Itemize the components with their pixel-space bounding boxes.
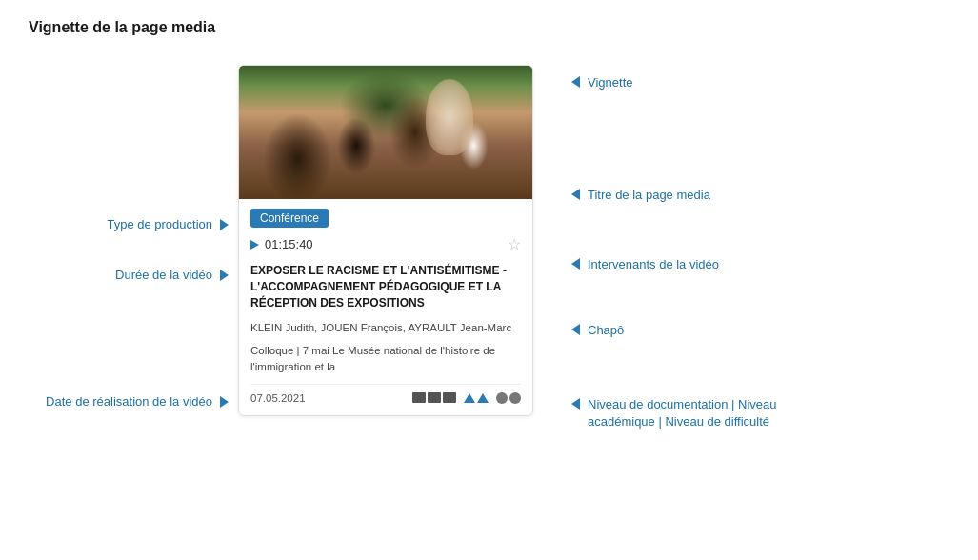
right-label-vignette-text: Vignette: [588, 74, 632, 91]
arrow-vignette-icon: [571, 76, 580, 88]
card-thumbnail: [239, 66, 532, 199]
card-authors: KLEIN Judith, JOUEN François, AYRAULT Je…: [250, 320, 521, 335]
hat-icon-2: [477, 393, 489, 403]
card-description: Colloque | 7 mai Le Musée national de l'…: [250, 343, 521, 373]
page-container: Vignette de la page media Type de produc…: [0, 0, 978, 560]
duration-row: 01:15:40 ☆: [250, 235, 521, 253]
play-icon[interactable]: [250, 240, 259, 250]
duration-text: 01:15:40: [265, 237, 313, 251]
production-type-badge: Conférence: [250, 209, 329, 228]
left-labels: Type de production Durée de la vidéo Dat…: [29, 65, 238, 445]
doc-icon-3: [443, 392, 456, 403]
arrow-niveau-icon: [571, 398, 580, 410]
label-type-production-text: Type de production: [107, 217, 212, 231]
page-title: Vignette de la page media: [29, 19, 949, 36]
card-date: 07.05.2021: [250, 392, 306, 404]
hat-icons: [464, 393, 489, 403]
right-label-niveau-text: Niveau de documentation | Niveau académi…: [588, 396, 778, 430]
arrow-duree-video-icon: [220, 270, 229, 281]
label-duree-video: Durée de la vidéo: [29, 268, 229, 282]
arrow-intervenants-icon: [571, 258, 580, 270]
card-wrapper: Conférence 01:15:40 ☆ EXPOSER LE RACISME…: [238, 65, 533, 416]
right-label-titre-text: Titre de la page media: [588, 187, 710, 204]
doc-icon-2: [428, 392, 441, 403]
card-icons: [412, 392, 521, 404]
main-layout: Type de production Durée de la vidéo Dat…: [29, 65, 949, 469]
card-footer: 07.05.2021: [250, 384, 521, 404]
media-card[interactable]: Conférence 01:15:40 ☆ EXPOSER LE RACISME…: [238, 65, 533, 416]
right-label-intervenants-text: Intervenants de la vidéo: [588, 256, 719, 273]
label-type-production: Type de production: [29, 217, 229, 231]
right-label-vignette: Vignette: [571, 74, 778, 91]
gear-icon-1: [496, 392, 508, 404]
label-date-realisation-text: Date de réalisation de la vidéo: [46, 394, 212, 409]
doc-icon-1: [412, 392, 426, 403]
arrow-chapeau-icon: [571, 324, 580, 335]
gear-icon-2: [509, 392, 521, 404]
hat-icon-1: [464, 393, 475, 403]
gear-icons: [496, 392, 521, 404]
badge-row: Conférence: [250, 209, 521, 228]
right-label-niveau: Niveau de documentation | Niveau académi…: [571, 396, 778, 430]
right-labels: Vignette Titre de la page media Interven…: [533, 65, 778, 469]
right-label-titre: Titre de la page media: [571, 187, 778, 204]
right-label-chapeau: Chapô: [571, 322, 778, 339]
label-duree-video-text: Durée de la vidéo: [115, 268, 212, 282]
arrow-titre-icon: [571, 189, 580, 200]
right-label-intervenants: Intervenants de la vidéo: [571, 256, 778, 273]
right-label-chapeau-text: Chapô: [588, 322, 624, 339]
card-body: Conférence 01:15:40 ☆ EXPOSER LE RACISME…: [239, 199, 532, 415]
arrow-type-production-icon: [220, 219, 229, 230]
doc-icons: [412, 392, 456, 403]
label-date-realisation: Date de réalisation de la vidéo: [29, 394, 229, 409]
arrow-date-realisation-icon: [220, 396, 229, 408]
card-title: EXPOSER LE RACISME ET L'ANTISÉMITISME - …: [250, 263, 521, 310]
favorite-star-icon[interactable]: ☆: [508, 235, 521, 253]
